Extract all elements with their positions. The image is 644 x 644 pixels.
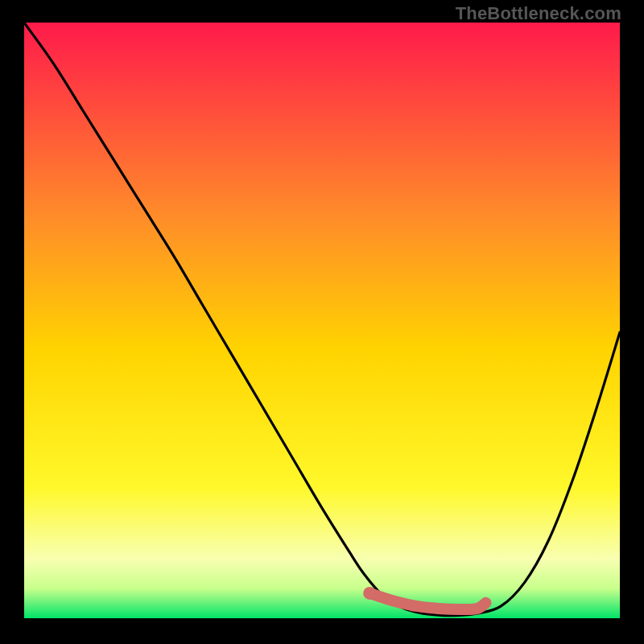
gradient-background — [24, 23, 620, 618]
optimal-start-dot — [363, 587, 376, 600]
chart-svg — [24, 23, 620, 618]
attribution-text: TheBottleneck.com — [456, 3, 621, 24]
chart-area — [24, 23, 620, 618]
